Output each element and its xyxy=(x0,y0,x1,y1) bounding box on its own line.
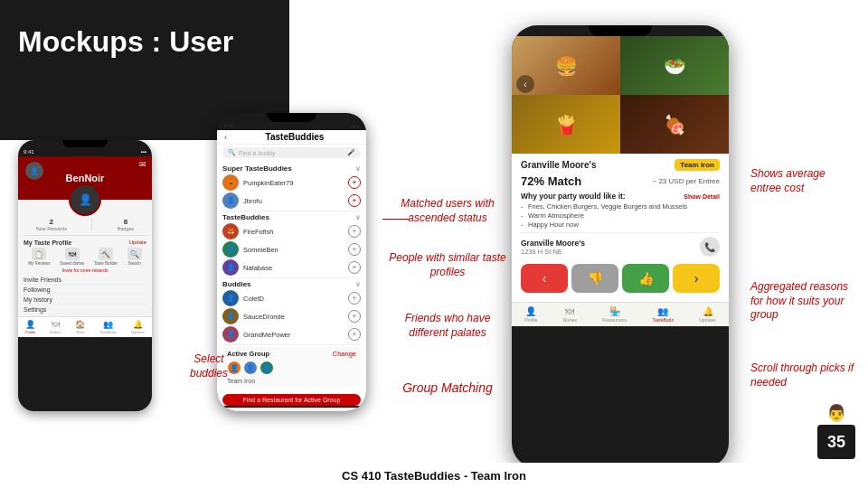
mustache-icon: 👨 xyxy=(817,403,855,423)
phone3-nav-updates[interactable]: 🔔 Updates xyxy=(699,306,716,323)
phone2-search-placeholder: Find a buddy xyxy=(239,150,347,156)
phone1-avatar: 👤 xyxy=(69,183,101,216)
phone1-nav-updates[interactable]: 🔔 Updates xyxy=(131,320,145,334)
phone2-user-grandmepower: 👤 GrandMePower + xyxy=(222,326,361,343)
phone2-active-group: Active Group Change 👤 👤 👤 Team Iron xyxy=(222,347,361,387)
phone3-addr-name: Granville Moore's xyxy=(521,239,585,248)
phone2-navbar: 🏠 Home 🍽 Dishes 🏪 Rest. 👥 TasteBudz 🔔 Up… xyxy=(217,408,366,411)
phone3-nav-tastebudz[interactable]: 👥 TasteBudz xyxy=(653,306,674,323)
phone2-avatar-pumpkin: 🎃 xyxy=(222,174,239,191)
phone1-my-history[interactable]: My history xyxy=(24,295,146,305)
phone2-super-arrow: ∨ xyxy=(355,164,361,173)
phone3-why-section: Why your party would like it: Show Detai… xyxy=(521,192,720,229)
phone3-why-item-2: Warm Atmosphere xyxy=(521,211,720,220)
annotation-aggregated: Aggregated reasons for how it suits your… xyxy=(750,280,859,323)
phone3-restaurant-header: Granville Moore's Team Iron xyxy=(521,159,720,171)
footer-text: CS 410 TasteBuddies - Team Iron xyxy=(342,469,526,483)
phone3-divider xyxy=(521,232,720,233)
phone3-nav-profile[interactable]: 👤 Profile xyxy=(524,306,537,323)
phone3-why-item-1: Fries, Chicken Burgers, Veggie Burgers a… xyxy=(521,202,720,211)
phone3-team-badge: Team Iron xyxy=(675,159,720,171)
phone2-group-avatar3: 👤 xyxy=(259,361,274,375)
phone1-updates-icon: 🔔 xyxy=(133,320,143,329)
phone1-body: 2 New Rewards 8 Badges My Taste Profile … xyxy=(18,200,152,316)
phone1-search[interactable]: 🔍 Search xyxy=(127,248,142,266)
phone1-stat-badges: 8 Badges xyxy=(118,218,135,231)
annotation-scroll: Scroll through picks if needed xyxy=(750,361,859,389)
phone1-nav-profile[interactable]: 👤 Profile xyxy=(25,320,35,334)
phone3-show-detail-btn[interactable]: Show Detail xyxy=(684,193,720,200)
phone1-saved[interactable]: 🍽 Saved dishes xyxy=(60,248,84,266)
phone1-taste-builder[interactable]: 🔨 Taste Builder xyxy=(94,248,118,266)
phone2-avatar-somnieben: 👤 xyxy=(222,241,239,258)
phone3-action-buttons: ‹ 👎 👍 › xyxy=(521,264,720,293)
phone2-divider1 xyxy=(222,211,361,211)
phone1-icons-status: ▪▪▪ xyxy=(141,149,146,155)
phone3-match-pct: 72% Match xyxy=(521,174,581,188)
phone3-phone-icon[interactable]: 📞 xyxy=(700,237,720,257)
phone1-settings[interactable]: Settings xyxy=(24,305,146,314)
phone2-group-name: Team Iron xyxy=(227,378,356,384)
phone1-nav-restaurants[interactable]: 🏠 Rest xyxy=(75,320,85,334)
phone2-super-section: Super TasteBuddies ∨ xyxy=(222,164,361,173)
phone1-update-btn[interactable]: Update xyxy=(129,239,146,246)
phone3-dislike-btn[interactable]: 👎 xyxy=(571,264,618,293)
phone1-search-icon: 🔍 xyxy=(127,248,142,260)
phone3-navbar: 👤 Profile 🍽 Dishes 🏪 Restaurants 👥 Taste… xyxy=(512,302,729,326)
phone1-reviews[interactable]: 📋 My Reviews xyxy=(28,248,50,266)
phone3-why-label: Why your party would like it: xyxy=(521,192,626,201)
annotation-similar-taste: People with similar taste profiles xyxy=(389,251,506,279)
phone2-find-restaurant-btn[interactable]: Find a Restaurant for Active Group xyxy=(222,394,361,406)
phone1-username: BenNoir xyxy=(66,173,105,183)
phone3-prev-btn[interactable]: ‹ xyxy=(516,75,534,93)
phone2-add-firefofish[interactable]: + xyxy=(348,225,361,238)
phone3-address-block: Granville Moore's 1238 H St NE xyxy=(521,239,585,256)
phone1-navbar: 👤 Profile 🍽 Dishes 🏠 Rest 👥 TasteBudz 🔔 … xyxy=(18,316,152,337)
phone1-saved-icon: 🍽 xyxy=(65,248,80,260)
phone2-add-natabase[interactable]: + xyxy=(348,261,361,274)
phone3-profile-icon: 👤 xyxy=(525,306,536,316)
phone2-search-icon: 🔍 xyxy=(228,149,236,156)
phone1-header: 👤 BenNoir ✉ 👤 xyxy=(18,156,152,200)
phone1-invite-friends[interactable]: Invite Friends xyxy=(24,275,146,285)
footer: CS 410 TasteBuddies - Team Iron xyxy=(0,463,868,488)
phone1-following[interactable]: Following xyxy=(24,285,146,295)
phone1-icons: 📋 My Reviews 🍽 Saved dishes 🔨 Taste Buil… xyxy=(24,248,146,266)
annotation-matched-users: Matched users with ascended status xyxy=(389,197,506,225)
phone2-user-somnieben: 👤 SomnieBen + xyxy=(222,241,361,258)
phone2-search-bar[interactable]: 🔍 Find a buddy 🎤 xyxy=(222,147,361,158)
phone3-back-btn[interactable]: ‹ xyxy=(521,264,568,293)
phone3-nav-restaurants[interactable]: 🏪 Restaurants xyxy=(602,306,627,323)
phone3-next-btn[interactable]: › xyxy=(673,264,720,293)
annotation-friends-different: Friends who have different palates xyxy=(389,312,506,340)
phone1-stat-rewards: 2 New Rewards xyxy=(36,218,67,231)
phone2-change-btn[interactable]: Change xyxy=(333,350,356,358)
phone2-add-jbrofu[interactable]: + xyxy=(348,194,361,207)
phone2-active-group-header: Active Group Change xyxy=(227,350,356,358)
phone2-add-saucedronde[interactable]: + xyxy=(348,310,361,323)
phone3-like-btn[interactable]: 👍 xyxy=(622,264,669,293)
phone1-notch xyxy=(62,140,108,147)
phone2-add-pumpkin[interactable]: + xyxy=(348,176,361,189)
phone2-add-grandmepower[interactable]: + xyxy=(348,328,361,341)
phone2-user-saucedronde: 👤 SauceDronde + xyxy=(222,308,361,324)
phone3-body: Granville Moore's Team Iron 72% Match ~ … xyxy=(512,154,729,302)
phone2-avatar-saucedronde: 👤 xyxy=(222,308,239,324)
food-cell-2: 🥗 xyxy=(620,36,729,95)
phone2-buddies-section: Buddies ∨ xyxy=(222,280,361,288)
phone1-invite-text: Invite for more rewards xyxy=(24,267,146,273)
phone3-address: 1238 H St NE xyxy=(521,248,585,256)
phone2-add-somnieben[interactable]: + xyxy=(348,243,361,256)
phone1-nav-tastebudz[interactable]: 👥 TasteBudz xyxy=(99,320,117,334)
phone2-add-coletd[interactable]: + xyxy=(348,292,361,305)
phone2-avatar-natabase: 👤 xyxy=(222,259,239,276)
phone2-back-btn[interactable]: ‹ xyxy=(224,133,227,142)
phone2-divider3 xyxy=(222,344,361,345)
phone2-group-avatar2: 👤 xyxy=(243,361,258,375)
phone2-title: TasteBuddies xyxy=(231,132,359,142)
phone-1-mockup: 9:41 ▪▪▪ 👤 BenNoir ✉ 👤 2 New Rewards 8 B… xyxy=(18,140,152,411)
phone3-nav-dishes[interactable]: 🍽 Dishes xyxy=(563,306,577,323)
phone1-nav-dishes[interactable]: 🍽 Dishes xyxy=(50,320,61,334)
phone2-mic-icon: 🎤 xyxy=(347,149,355,156)
phone2-divider2 xyxy=(222,277,361,278)
